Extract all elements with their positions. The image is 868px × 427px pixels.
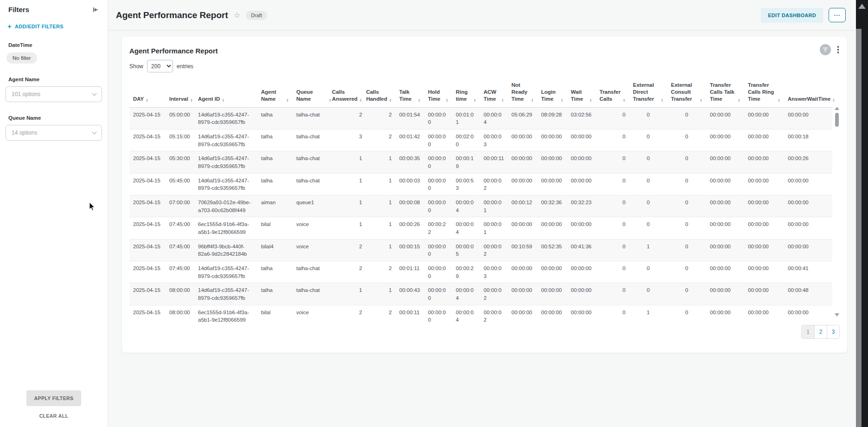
sort-icon[interactable]: ▲▼ [561,98,563,103]
table-scrollbar[interactable] [834,107,840,317]
table-cell: 00:00:22 [424,217,452,239]
window-scroll-up-icon[interactable] [858,4,866,9]
sort-icon[interactable]: ▲▼ [222,98,224,103]
column-header-label: External Direct Transfer [633,82,659,103]
table-cell: 00:00:00 [424,129,452,151]
table-cell: 2 [335,239,366,261]
table-cell: 0 [667,261,706,283]
column-header[interactable]: Interval▲▼ [166,80,194,107]
table-cell: 00:00:11 [396,305,424,324]
sort-icon[interactable]: ▲▼ [446,98,448,103]
clear-all-button[interactable]: CLEAR ALL [0,413,108,419]
show-label: Show [129,63,143,70]
column-header[interactable]: Transfer Calls▲▼ [596,80,629,107]
page-button-3[interactable]: 3 [827,325,839,338]
agent-name-label: Agent Name [0,77,108,82]
sort-icon[interactable]: ▲▼ [531,98,534,103]
sort-icon[interactable]: ▲▼ [389,98,392,103]
sort-icon[interactable]: ▲▼ [190,98,193,103]
apply-filters-button[interactable]: APPLY FILTERS [26,390,82,406]
table-cell: 2 [366,129,396,151]
table-cell: 08:00:00 [166,305,194,324]
sort-icon[interactable]: ▲▼ [418,98,421,103]
sort-icon[interactable]: ▲▼ [623,98,625,103]
table-cell: 0 [667,129,706,151]
column-header[interactable]: Wait Time▲▼ [567,80,596,107]
column-header[interactable]: Agent Name▲▼ [257,80,293,107]
sort-icon[interactable]: ▲▼ [146,98,148,103]
window-scrollbar-thumb[interactable] [856,29,862,427]
table-cell: 0 [667,107,706,129]
column-header[interactable]: Hold Time▲▼ [424,80,452,107]
more-options-button[interactable]: ... [829,8,846,22]
table-cell: 1 [366,151,396,173]
table-cell: 0 [629,283,667,305]
table-cell: 00:00:00 [706,173,744,195]
sort-icon[interactable]: ▲▼ [589,98,592,103]
column-header[interactable]: Not Ready Time▲▼ [508,80,537,107]
table-cell: 00:00:00 [424,261,452,283]
table-row: 2025-04-1505:30:0014d6af19-c355-4247-897… [129,151,832,173]
column-header[interactable]: Transfer Calls Ring Time▲▼ [744,80,784,107]
table-cell: 00:00:00 [744,107,784,129]
column-header[interactable]: External Direct Transfer▲▼ [629,80,667,107]
sort-icon[interactable]: ▲▼ [738,98,740,103]
column-header[interactable]: ACW Time▲▼ [480,80,508,107]
table-cell: 00:00:03 [480,261,508,283]
column-header-label: Transfer Calls Talk Time [710,82,736,103]
column-header[interactable]: Queue Name▲▼ [293,80,335,107]
column-header[interactable]: Calls Handled▲▼ [366,80,396,107]
table-cell: 2 [366,261,396,283]
sort-icon[interactable]: ▲▼ [286,98,289,103]
widget-filter-icon[interactable] [820,44,831,55]
agent-name-select[interactable]: 101 options [6,86,102,102]
table-cell: 0 [596,239,629,261]
table-cell: 1 [629,239,667,261]
column-header[interactable]: Login Time▲▼ [537,80,567,107]
scroll-down-icon[interactable] [835,313,839,317]
column-header[interactable]: External Consult Transfer▲▼ [667,80,706,107]
column-header[interactable]: Agent ID▲▼ [194,80,257,107]
column-header[interactable]: DAY▲▼ [129,80,166,107]
table-cell: 14d6af19-c355-4247-8979-cdc9359657fb [194,107,257,129]
column-header-label: ACW Time [484,89,499,103]
sort-icon[interactable]: ▲▼ [359,98,362,103]
table-cell: talha [257,129,293,151]
sort-icon[interactable]: ▲▼ [832,98,835,103]
sort-icon[interactable]: ▲▼ [329,98,332,103]
column-header[interactable]: Transfer Calls Talk Time▲▼ [706,80,744,107]
datetime-filter-chip[interactable]: No filter [6,52,37,64]
widget-menu-icon[interactable] [836,44,841,55]
table-cell: 00:02:00 [452,129,480,151]
table-cell: talha [257,107,293,129]
sort-icon[interactable]: ▲▼ [661,98,664,103]
queue-name-label: Queue Name [0,115,108,121]
table-cell: 00:00:00 [424,305,452,324]
queue-name-select[interactable]: 14 options [6,125,102,141]
column-header[interactable]: Calls Answered▲▼ [335,80,366,107]
page-button-2[interactable]: 2 [814,325,827,338]
page-button-1[interactable]: 1 [802,325,814,338]
table-cell: 1 [366,173,396,195]
table-cell: 00:00:00 [744,305,784,324]
collapse-sidebar-icon[interactable] [92,6,99,13]
add-edit-filters-button[interactable]: + ADD/EDIT FILTERS [0,13,108,29]
page-size-select[interactable]: 200 [147,60,173,72]
scrollbar-thumb[interactable] [835,113,839,127]
table-row: 2025-04-1508:00:006ec1555d-91b6-4f3a-a5b… [129,305,832,324]
sort-icon[interactable]: ▲▼ [501,98,504,103]
sort-icon[interactable]: ▲▼ [778,98,780,103]
column-header[interactable]: AnswerWaitTime▲▼ [784,80,832,107]
sort-icon[interactable]: ▲▼ [700,98,702,103]
column-header[interactable]: Ring time▲▼ [452,80,480,107]
table-cell: 0 [596,151,629,173]
edit-dashboard-button[interactable]: EDIT DASHBOARD [761,8,823,23]
sort-icon[interactable]: ▲▼ [473,98,476,103]
column-header[interactable]: Talk Time▲▼ [396,80,424,107]
table-cell: 0 [629,129,667,151]
table-cell: talha-chat [293,261,335,283]
star-icon[interactable]: ☆ [234,11,240,19]
scroll-up-icon[interactable] [835,107,839,110]
table-cell: 00:00:04 [452,305,480,324]
table-cell: 14d6af19-c355-4247-8979-cdc9359657fb [194,173,257,195]
